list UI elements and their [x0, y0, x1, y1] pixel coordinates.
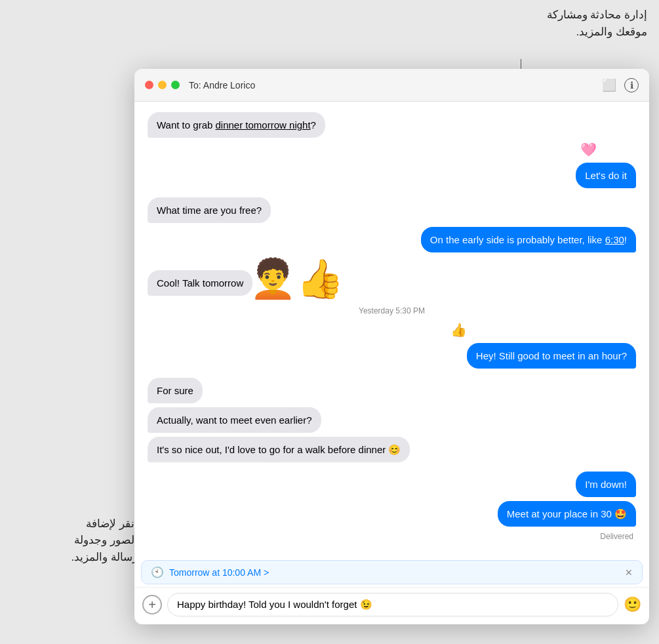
recipient-field: To: Andre Lorico: [189, 80, 602, 91]
scheduled-left: 🕙 Tomorrow at 10:00 AM >: [151, 566, 269, 578]
memoji-sticker: 🧑‍🦱👍: [249, 256, 344, 301]
bubble-received: Cool! Talk tomorrow: [148, 270, 252, 296]
bubble-sent: I'm down!: [576, 472, 636, 497]
reaction-thumbsup-icon: 👍: [450, 322, 467, 338]
bubble-sent: On the early side is probably better, li…: [421, 227, 636, 252]
message-row: On the early side is probably better, li…: [148, 227, 636, 252]
message-row: Hey! Still good to meet in an hour?: [148, 343, 636, 369]
message-row: I'm down!: [148, 472, 636, 497]
titlebar: To: Andre Lorico ⬜ ℹ: [134, 69, 649, 102]
to-label: To:: [189, 80, 201, 91]
close-button[interactable]: [145, 81, 153, 89]
tapback-above: 🩷: [148, 142, 636, 157]
bubble-received: For sure: [148, 378, 203, 403]
message-row: Want to grab dinner tomorrow night?: [148, 112, 636, 138]
video-call-icon[interactable]: ⬜: [602, 78, 616, 92]
emoji-button[interactable]: 🙂: [624, 596, 641, 613]
annotation-bottom-left: انقر لإضافة الصور وجدولة رسالة والمزيد.: [7, 515, 138, 566]
titlebar-actions: ⬜ ℹ: [602, 78, 639, 92]
timestamp: Yesterday 5:30 PM: [148, 306, 636, 315]
scheduled-pill[interactable]: 🕙 Tomorrow at 10:00 AM > ✕: [141, 560, 643, 584]
details-icon[interactable]: ℹ: [624, 78, 639, 92]
bubble-received: It's so nice out, I'd love to go for a w…: [148, 437, 410, 462]
bubble-received: Want to grab dinner tomorrow night?: [148, 112, 325, 138]
input-area: + 🙂: [134, 587, 649, 624]
tapback-left: 👍: [148, 322, 636, 338]
annotation-top: إدارة محادثة ومشاركة موقعك والمزيد.: [547, 7, 647, 40]
bubble-sent: Meet at your place in 30 🤩: [498, 501, 636, 527]
bubble-received: What time are you free?: [148, 197, 271, 223]
maximize-button[interactable]: [171, 81, 180, 89]
message-row: Let's do it: [148, 163, 636, 188]
message-row: Meet at your place in 30 🤩: [148, 501, 636, 527]
scheduled-time[interactable]: Tomorrow at 10:00 AM >: [169, 567, 269, 578]
message-row: It's so nice out, I'd love to go for a w…: [148, 437, 636, 462]
minimize-button[interactable]: [158, 81, 167, 89]
delivered-label: Delivered: [148, 532, 636, 541]
message-row: For sure: [148, 378, 636, 403]
bubble-received: Actually, want to meet even earlier?: [148, 407, 321, 433]
plus-icon: +: [148, 597, 156, 613]
message-row: Actually, want to meet even earlier?: [148, 407, 636, 433]
bubble-sent: Let's do it: [576, 163, 636, 188]
bubble-sent: Hey! Still good to meet in an hour?: [467, 343, 636, 369]
messages-area[interactable]: Want to grab dinner tomorrow night? 🩷 Le…: [134, 102, 649, 560]
add-button[interactable]: +: [142, 595, 162, 614]
clock-icon: 🕙: [151, 566, 164, 578]
message-row: What time are you free?: [148, 197, 636, 223]
message-input[interactable]: [167, 593, 618, 616]
message-row-sticker: Cool! Talk tomorrow 🧑‍🦱👍: [148, 256, 636, 296]
reaction-heart-icon: 🩷: [580, 142, 597, 157]
traffic-lights: [145, 81, 180, 89]
recipient-name: Andre Lorico: [203, 80, 255, 91]
scheduled-close-button[interactable]: ✕: [625, 567, 633, 578]
messages-window: To: Andre Lorico ⬜ ℹ Want to grab dinner…: [134, 69, 649, 624]
